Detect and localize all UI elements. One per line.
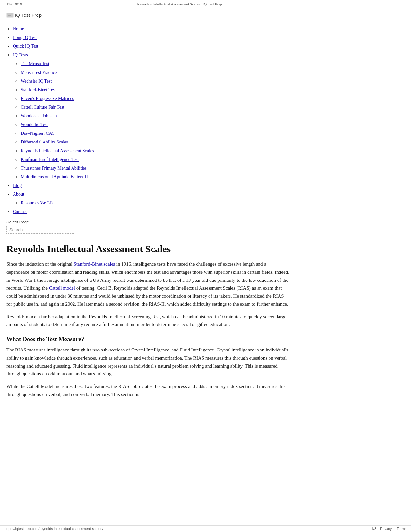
nav-link-iq-tests[interactable]: IQ Tests (13, 53, 28, 57)
nav-list: Home Long IQ Test Quick IQ Test IQ Tests… (6, 25, 405, 216)
nav-item-about: About Resources We Like (13, 190, 405, 207)
link-stanford-binet-scales[interactable]: Stanford-Binet scales (73, 261, 115, 267)
section-title-measure: What Does the Test Measure? (6, 336, 290, 343)
main-content: Reynolds Intellectual Assessment Scales … (0, 240, 297, 413)
section1-paragraph1: The RIAS measures intelligence through i… (6, 346, 290, 378)
section1-paragraph2: While the Cattell Model measures these t… (6, 382, 290, 399)
nav-item-long-iq-test: Long IQ Test (13, 33, 405, 42)
nav-item-wonderlic: Wonderlic Test (21, 120, 405, 129)
nav-link-ravens[interactable]: Raven's Progressive Matrices (21, 96, 74, 101)
nav-link-das-naglieri[interactable]: Das–Naglieri CAS (21, 131, 54, 136)
site-header: IQ Test Prep (0, 9, 411, 21)
paragraph-2: Reynolds made a further adaptation in th… (6, 313, 290, 329)
main-nav: Home Long IQ Test Quick IQ Test IQ Tests… (0, 21, 411, 218)
nav-item-cattell: Cattell Culture Fair Test (21, 103, 405, 112)
nav-item-contact: Contact (13, 207, 405, 216)
date-label: 11/6/2019 (6, 2, 22, 6)
nav-link-kaufman[interactable]: Kaufman Brief Intelligence Test (21, 157, 79, 162)
nav-link-long-iq-test[interactable]: Long IQ Test (13, 35, 37, 40)
link-cattell-model[interactable]: Cattell model (49, 285, 75, 291)
nav-link-home[interactable]: Home (13, 26, 24, 31)
top-bar: 11/6/2019 Reynolds Intellectual Assessme… (0, 0, 411, 9)
nav-link-contact[interactable]: Contact (13, 209, 27, 214)
nav-item-blog: Blog (13, 181, 405, 190)
nav-item-thurstones: Thurstones Primary Mental Abilities (21, 164, 405, 172)
nav-link-cattell[interactable]: Cattell Culture Fair Test (21, 105, 64, 110)
nav-sublist-about: Resources We Like (13, 199, 405, 207)
nav-item-quick-iq-test: Quick IQ Test (13, 42, 405, 51)
nav-link-wonderlic[interactable]: Wonderlic Test (21, 122, 48, 127)
nav-item-das-naglieri: Das–Naglieri CAS (21, 129, 405, 138)
nav-link-wechsler[interactable]: Wechsler IQ Test (21, 79, 52, 84)
nav-link-resources[interactable]: Resources We Like (21, 201, 55, 205)
nav-link-differential[interactable]: Differential Ability Scales (21, 140, 68, 144)
nav-link-mensa-practice[interactable]: Mensa Test Practice (21, 70, 57, 75)
nav-link-woodcock[interactable]: Woodcock–Johnson (21, 113, 57, 118)
nav-link-multidimensional[interactable]: Multidimensional Aptitude Battery II (21, 174, 88, 179)
nav-link-thurstones[interactable]: Thurstones Primary Mental Abilities (21, 166, 87, 171)
search-box (6, 226, 405, 234)
select-page-label: Select Page (0, 218, 411, 225)
logo-icon (6, 13, 14, 18)
nav-item-woodcock: Woodcock–Johnson (21, 112, 405, 120)
nav-item-reynolds: Reynolds Intellectual Assessment Scales (21, 146, 405, 155)
nav-item-iq-tests: IQ Tests The Mensa Test Mensa Test Pract… (13, 51, 405, 181)
nav-item-home: Home (13, 25, 405, 33)
svg-rect-1 (7, 13, 13, 17)
nav-item-wechsler: Wechsler IQ Test (21, 77, 405, 85)
nav-link-blog[interactable]: Blog (13, 183, 22, 188)
page-title: Reynolds Intellectual Assessment Scales (6, 243, 290, 254)
logo-text: IQ Test Prep (15, 12, 42, 18)
nav-item-resources: Resources We Like (21, 199, 405, 207)
search-input[interactable] (6, 226, 74, 234)
nav-link-quick-iq-test[interactable]: Quick IQ Test (13, 44, 38, 49)
nav-item-stanford-binet: Stanford-Binet Test (21, 85, 405, 94)
nav-link-stanford-binet[interactable]: Stanford-Binet Test (21, 87, 56, 92)
nav-link-reynolds[interactable]: Reynolds Intellectual Assessment Scales (21, 148, 94, 153)
nav-item-mensa-test: The Mensa Test (21, 59, 405, 68)
site-logo[interactable]: IQ Test Prep (6, 12, 405, 18)
nav-item-kaufman: Kaufman Brief Intelligence Test (21, 155, 405, 164)
nav-item-ravens: Raven's Progressive Matrices (21, 94, 405, 103)
intro-paragraph: Since the induction of the original Stan… (6, 260, 290, 308)
nav-item-mensa-practice: Mensa Test Practice (21, 68, 405, 77)
nav-link-about[interactable]: About (13, 192, 24, 197)
nav-link-mensa-test[interactable]: The Mensa Test (21, 61, 49, 66)
nav-sublist-iq-tests: The Mensa Test Mensa Test Practice Wechs… (13, 59, 405, 181)
nav-item-multidimensional: Multidimensional Aptitude Battery II (21, 172, 405, 181)
nav-item-differential: Differential Ability Scales (21, 138, 405, 146)
browser-title: Reynolds Intellectual Assessment Scales … (137, 2, 222, 6)
